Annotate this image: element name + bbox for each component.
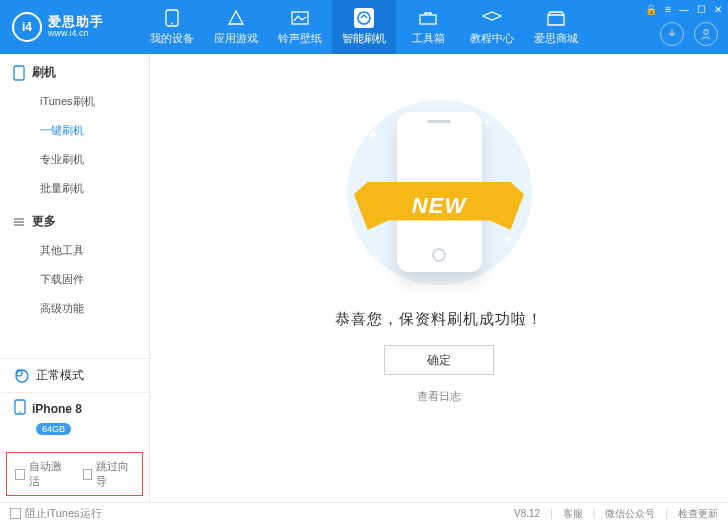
- svg-point-1: [171, 23, 173, 25]
- toolbox-icon: [418, 8, 438, 28]
- sidebar-item-other-tools[interactable]: 其他工具: [0, 236, 149, 265]
- window-controls: 🔒 ≡ — ☐ ✕: [645, 4, 722, 15]
- minimize-button[interactable]: —: [679, 4, 689, 15]
- top-bar: i4 爱思助手 www.i4.cn 我的设备 应用游戏 铃声壁纸 智能刷机 工具…: [0, 0, 728, 54]
- nav-tutorials[interactable]: 教程中心: [460, 0, 524, 54]
- brand-name: 爱思助手: [48, 15, 104, 29]
- footer-link-wechat[interactable]: 微信公众号: [605, 507, 655, 521]
- brand-url: www.i4.cn: [48, 29, 104, 39]
- sidebar-item-itunes-flash[interactable]: iTunes刷机: [0, 87, 149, 116]
- sidebar-item-pro-flash[interactable]: 专业刷机: [0, 145, 149, 174]
- section-flash: 刷机: [0, 54, 149, 87]
- sidebar: 刷机 iTunes刷机 一键刷机 专业刷机 批量刷机 更多 其他工具 下载固件 …: [0, 54, 150, 502]
- download-manager-button[interactable]: [660, 22, 684, 46]
- lock-icon[interactable]: 🔒: [645, 4, 657, 15]
- account-button[interactable]: [694, 22, 718, 46]
- flash-icon: [354, 8, 374, 28]
- success-message: 恭喜您，保资料刷机成功啦！: [335, 310, 543, 329]
- tutorial-icon: [482, 8, 502, 28]
- svg-rect-5: [14, 66, 24, 80]
- mode-label: 正常模式: [36, 367, 84, 384]
- sidebar-item-advanced[interactable]: 高级功能: [0, 294, 149, 323]
- mode-icon: [14, 368, 30, 384]
- nav-toolbox[interactable]: 工具箱: [396, 0, 460, 54]
- nav-store[interactable]: 爱思商城: [524, 0, 588, 54]
- footer-link-support[interactable]: 客服: [563, 507, 583, 521]
- device-name: iPhone 8: [32, 402, 82, 416]
- section-more: 更多: [0, 203, 149, 236]
- apps-icon: [226, 8, 246, 28]
- device-row[interactable]: iPhone 8 64GB: [0, 392, 149, 446]
- logo-icon: i4: [12, 12, 42, 42]
- nav-apps[interactable]: 应用游戏: [204, 0, 268, 54]
- checkbox-auto-activate[interactable]: 自动激活: [15, 459, 67, 489]
- nav-ringtones[interactable]: 铃声壁纸: [268, 0, 332, 54]
- highlighted-options: 自动激活 跳过向导: [6, 452, 143, 496]
- status-bar: 阻止iTunes运行 V8.12 | 客服 | 微信公众号 | 检查更新: [0, 502, 728, 524]
- sidebar-item-batch-flash[interactable]: 批量刷机: [0, 174, 149, 203]
- top-nav: 我的设备 应用游戏 铃声壁纸 智能刷机 工具箱 教程中心 爱思商城: [140, 0, 588, 54]
- store-icon: [546, 8, 566, 28]
- brand-logo: i4 爱思助手 www.i4.cn: [0, 12, 140, 42]
- maximize-button[interactable]: ☐: [697, 4, 706, 15]
- more-section-icon: [12, 215, 26, 229]
- success-illustration: ✦✦✦ NEW: [329, 92, 549, 292]
- checkbox-skip-guide[interactable]: 跳过向导: [83, 459, 135, 489]
- nav-my-device[interactable]: 我的设备: [140, 0, 204, 54]
- flash-section-icon: [12, 66, 26, 80]
- menu-icon[interactable]: ≡: [665, 4, 671, 15]
- checkbox-block-itunes[interactable]: 阻止iTunes运行: [10, 506, 102, 521]
- storage-badge: 64GB: [36, 423, 71, 435]
- ok-button[interactable]: 确定: [384, 345, 494, 375]
- view-log-link[interactable]: 查看日志: [417, 389, 461, 404]
- footer-link-update[interactable]: 检查更新: [678, 507, 718, 521]
- wallpaper-icon: [290, 8, 310, 28]
- device-icon: [14, 399, 26, 418]
- main-panel: ✦✦✦ NEW 恭喜您，保资料刷机成功啦！ 确定 查看日志: [150, 54, 728, 502]
- svg-point-8: [19, 411, 21, 413]
- mode-row[interactable]: 正常模式: [0, 358, 149, 392]
- svg-rect-3: [420, 15, 436, 24]
- close-button[interactable]: ✕: [714, 4, 722, 15]
- sidebar-item-oneclick-flash[interactable]: 一键刷机: [0, 116, 149, 145]
- svg-point-4: [704, 30, 708, 34]
- version-label: V8.12: [514, 508, 540, 519]
- sidebar-item-download-firmware[interactable]: 下载固件: [0, 265, 149, 294]
- nav-smart-flash[interactable]: 智能刷机: [332, 0, 396, 54]
- phone-icon: [162, 8, 182, 28]
